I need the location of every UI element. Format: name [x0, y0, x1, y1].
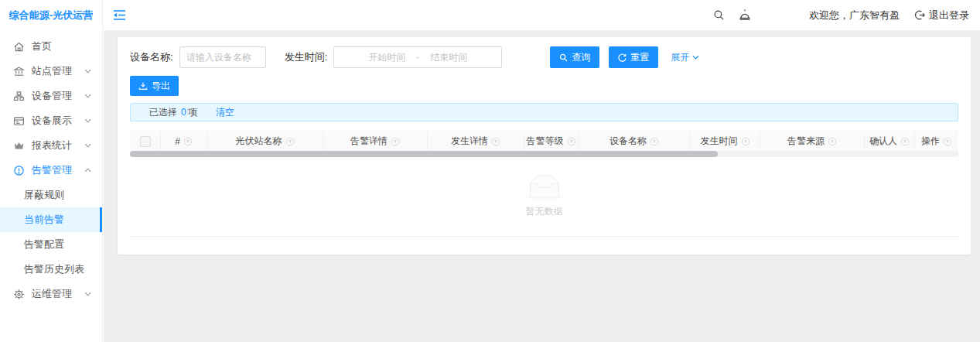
filter-bar: 设备名称: 发生时间: 开始时间 - 结束时间 查询 — [130, 46, 958, 68]
sidebar-subitem-current-alarms[interactable]: 当前告警 — [0, 207, 102, 232]
column-header-index[interactable]: # — [161, 132, 207, 151]
query-button[interactable]: 查询 — [550, 46, 599, 68]
display-icon — [13, 115, 25, 127]
sidebar-subitem-label: 告警配置 — [24, 238, 64, 251]
empty-text: 暂无数据 — [526, 205, 563, 218]
sidebar-item-home[interactable]: 首页 — [0, 34, 102, 59]
sidebar-subitem-label: 屏蔽规则 — [24, 188, 64, 202]
app-logo: 综合能源-光伏运营 — [0, 0, 102, 31]
sidebar-item-alarm-management[interactable]: 告警管理 — [0, 158, 102, 183]
expand-toggle[interactable]: 展开 — [671, 51, 699, 64]
column-header-device-name[interactable]: 设备名称 — [579, 132, 691, 151]
column-filter-icon[interactable] — [900, 137, 910, 146]
bank-icon — [13, 66, 25, 77]
column-header-confirmer[interactable]: 确认人 — [865, 132, 915, 151]
column-filter-icon[interactable] — [567, 137, 576, 146]
sidebar-item-label: 报表统计 — [32, 139, 84, 152]
alert-circle-icon — [13, 165, 25, 176]
chevron-down-icon — [692, 55, 699, 60]
column-header-alarm-detail[interactable]: 告警详情 — [323, 132, 428, 151]
end-time-placeholder: 结束时间 — [430, 51, 467, 64]
sidebar-item-label: 设备管理 — [32, 89, 84, 103]
sidebar-item-label: 运维管理 — [32, 287, 84, 301]
sidebar-item-report-statistics[interactable]: 报表统计 — [0, 133, 102, 158]
app-window: 综合能源-光伏运营 首页 站点管理 — [0, 0, 980, 342]
horizontal-scrollbar-thumb[interactable] — [130, 151, 718, 157]
sidebar-menu: 首页 站点管理 — [0, 31, 102, 306]
column-filter-icon[interactable] — [943, 137, 952, 146]
column-header-alarm-source[interactable]: 告警来源 — [760, 132, 865, 151]
sidebar-subitem-alarm-history[interactable]: 告警历史列表 — [0, 257, 102, 282]
sidebar-item-label: 首页 — [32, 39, 91, 53]
column-filter-icon[interactable] — [741, 137, 750, 146]
home-icon — [13, 41, 25, 53]
device-name-label: 设备名称: — [130, 50, 173, 64]
occur-time-label: 发生时间: — [285, 50, 328, 64]
gear-icon — [13, 289, 25, 300]
menu-fold-icon[interactable] — [113, 9, 126, 21]
empty-box-icon — [524, 175, 565, 200]
logout-icon — [913, 9, 925, 21]
selected-suffix: 项 — [188, 106, 197, 119]
alarms-table: # 光伏站名称 告警详情 — [130, 131, 958, 237]
sidebar-subitem-alarm-config[interactable]: 告警配置 — [0, 232, 102, 257]
chevron-down-icon — [84, 69, 91, 74]
select-all-checkbox[interactable] — [140, 136, 151, 147]
table-empty-state: 暂无数据 — [130, 157, 958, 237]
apartment-icon — [13, 91, 25, 102]
logout-button[interactable]: 退出登录 — [913, 9, 969, 22]
column-filter-icon[interactable] — [391, 137, 400, 146]
table-header-row: # 光伏站名称 告警详情 — [130, 131, 958, 151]
filter-actions: 查询 重置 展开 — [550, 46, 699, 68]
column-header-station-name[interactable]: 光伏站名称 — [207, 132, 323, 151]
column-header-occur-detail[interactable]: 发生详情 — [428, 132, 524, 151]
report-icon — [13, 140, 25, 152]
time-range-picker[interactable]: 开始时间 - 结束时间 — [333, 46, 502, 68]
column-filter-icon[interactable] — [828, 137, 837, 146]
chevron-down-icon — [84, 94, 91, 98]
table-toolbar: 导出 — [130, 76, 958, 96]
chevron-down-icon — [84, 292, 91, 296]
main-content: 设备名称: 发生时间: 开始时间 - 结束时间 查询 — [104, 31, 980, 342]
sidebar-item-device-display[interactable]: 设备展示 — [0, 108, 102, 133]
chevron-down-icon — [84, 143, 91, 148]
sidebar-item-ops-management[interactable]: 运维管理 — [0, 282, 102, 306]
sidebar-subitem-label: 当前告警 — [24, 213, 64, 227]
table-header-select — [130, 132, 161, 151]
selection-info-bar: 已选择 0 项 清空 — [130, 103, 958, 121]
horizontal-scrollbar-track[interactable] — [130, 151, 958, 157]
selected-prefix: 已选择 — [149, 106, 177, 119]
sidebar-item-device-management[interactable]: 设备管理 — [0, 84, 102, 108]
column-filter-icon[interactable] — [285, 137, 295, 146]
export-button[interactable]: 导出 — [130, 76, 179, 96]
column-header-actions[interactable]: 操作 — [915, 132, 958, 151]
search-icon[interactable] — [713, 9, 725, 21]
sidebar-item-label: 告警管理 — [32, 163, 84, 177]
chevron-down-icon — [84, 118, 91, 123]
selected-count: 0 — [181, 107, 186, 118]
content-card: 设备名称: 发生时间: 开始时间 - 结束时间 查询 — [118, 37, 971, 255]
welcome-text: 欢迎您，广东智有盈 — [809, 9, 900, 22]
range-separator: - — [416, 52, 419, 63]
column-header-alarm-level[interactable]: 告警等级 — [524, 132, 579, 151]
chevron-up-icon — [84, 168, 91, 173]
start-time-placeholder: 开始时间 — [368, 51, 405, 64]
reset-button[interactable]: 重置 — [609, 46, 658, 68]
refresh-icon — [618, 53, 627, 62]
sidebar-item-label: 站点管理 — [32, 64, 84, 78]
sidebar-item-site-management[interactable]: 站点管理 — [0, 59, 102, 84]
sidebar-subitem-shield-rules[interactable]: 屏蔽规则 — [0, 183, 102, 207]
top-header: 欢迎您，广东智有盈 退出登录 — [104, 0, 980, 31]
column-filter-icon[interactable] — [183, 137, 193, 146]
download-icon — [138, 81, 148, 91]
sidebar: 综合能源-光伏运营 首页 站点管理 — [0, 0, 103, 342]
clear-selection-link[interactable]: 清空 — [216, 106, 234, 119]
column-header-occur-time[interactable]: 发生时间 — [691, 132, 760, 151]
search-icon — [559, 53, 568, 62]
column-filter-icon[interactable] — [650, 137, 659, 146]
sidebar-item-label: 设备展示 — [32, 114, 84, 128]
logout-label: 退出登录 — [929, 9, 969, 22]
alarm-bell-icon[interactable] — [738, 9, 752, 22]
device-name-input[interactable] — [179, 46, 266, 68]
column-filter-icon[interactable] — [491, 137, 500, 146]
